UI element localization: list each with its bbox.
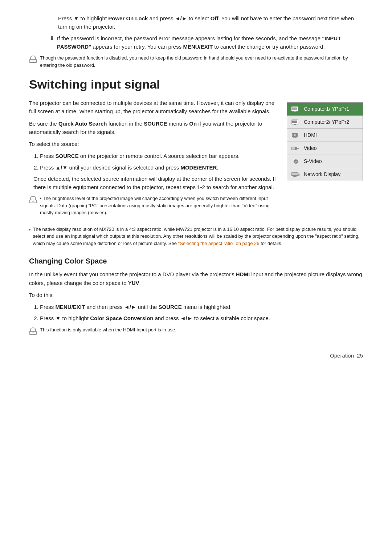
source-menu: Computer1/ YPbPr1 Computer2/ YPbPr2 [287,102,363,181]
hdmi-note-box: This function is only available when the… [29,326,363,338]
hdmi-bold-cs: HDMI [236,271,250,277]
ii-label: ii. [51,34,55,51]
source-bold-s1: SOURCE [56,153,79,159]
svg-rect-18 [292,147,295,150]
cs-step1: Press MENU/EXIT and then press ◄/► until… [40,303,363,311]
menu-item-svideo: S-Video [287,155,363,168]
svg-rect-7 [294,111,296,112]
to-select-source: To select the source: [29,140,276,148]
svg-point-20 [295,160,295,161]
menu-item-video: Video [287,142,363,155]
svg-rect-9 [292,121,297,123]
main-left: The projector can be connected to multip… [29,99,276,220]
svg-point-3 [33,201,34,202]
step-2: Press ▲/▼ until your desired signal is s… [40,163,276,192]
password-note-text: Though the password function is disabled… [40,54,363,69]
network-icon [291,171,301,178]
brightness-note-box: • The brightness level of the projected … [29,195,276,216]
para1: The projector can be connected to multip… [29,99,276,116]
main-content-with-sidebar: The projector can be connected to multip… [29,99,363,220]
svg-point-19 [294,159,298,164]
page-footer: Operation 25 [29,352,363,360]
color-space-bold: Color Space Conversion [90,315,153,321]
hdmi-icon [291,132,301,139]
video-label: Video [304,144,359,152]
svg-point-21 [296,160,297,161]
menu-item-computer2: Computer2/ YPbPr2 [287,116,363,129]
source-cs: SOURCE [159,304,182,310]
svg-point-22 [295,162,296,163]
computer2-label: Computer2/ YPbPr2 [304,118,359,126]
ii-text: If the password is incorrect, the passwo… [57,34,363,51]
steps-list: Press SOURCE on the projector or remote … [40,152,276,191]
for-details: for details. [260,241,283,246]
menu-item-computer1: Computer1/ YPbPr1 [287,103,363,116]
svg-point-1 [33,61,34,62]
svg-rect-13 [293,134,293,136]
yuv-bold: YUV [128,280,139,286]
menu-item-network: Network Display [287,168,363,181]
network-display-label: Network Display [304,171,359,178]
svg-rect-6 [292,107,297,110]
cs-step2: Press ▼ to highlight Color Space Convers… [40,314,363,322]
bullet-dot-native: • [29,227,31,234]
native-display-note: • The native display resolution of MX720… [29,226,363,247]
menu-item-hdmi: HDMI [287,129,363,142]
up-down-arrows: ▲/▼ [56,164,68,171]
brightness-note-text: • The brightness level of the projected … [40,195,276,216]
lr-arrow-bold: ◄/► [175,15,187,21]
svg-rect-10 [294,124,296,125]
svg-rect-14 [294,134,295,136]
native-display-text: The native display resolution of MX720 i… [33,226,363,247]
note-cap-icon3 [29,327,37,338]
aspect-ratio-link[interactable]: "Selecting the aspect ratio" on page 26 [178,241,260,246]
menu-exit-cs: MENU/EXIT [56,304,85,310]
note-cap-icon [29,55,37,66]
hdmi-label: HDMI [304,131,359,139]
computer1-icon [291,106,301,113]
bullet-dot-bright: • [40,196,42,201]
power-on-lock-bold: Power On Lock [108,15,148,21]
svideo-icon [291,158,301,165]
intro-note-ii: ii. If the password is incorrect, the pa… [51,34,363,51]
intro-para1: Press ▼ to highlight Power On Lock and p… [58,15,363,31]
to-do-this: To do this: [29,291,363,299]
svg-rect-24 [292,173,298,175]
video-icon [291,145,301,152]
footer-page-num: 25 [357,352,363,360]
color-space-steps: Press MENU/EXIT and then press ◄/► until… [40,303,363,323]
menu-exit-bold: MENU/EXIT [183,44,213,50]
password-note-box: Though the password function is disabled… [29,54,363,69]
svg-marker-17 [297,147,299,150]
source-bold: SOURCE [144,121,167,127]
lr-arrow-cs2: ◄/► [180,315,193,321]
intro-section: Press ▼ to highlight Power On Lock and p… [29,15,363,69]
on-bold: On [189,121,197,127]
off-bold: Off [211,15,219,21]
para2: Be sure the Quick Auto Search function i… [29,119,276,136]
svg-point-31 [33,332,34,333]
subsection-title: Changing Color Space [29,256,363,266]
svg-rect-12 [293,137,297,138]
page-content: Press ▼ to highlight Power On Lock and p… [29,15,363,337]
quick-auto-search-bold: Quick Auto Search [58,121,107,127]
note-cap-icon2 [29,196,37,206]
lr-arrow-cs: ◄/► [124,304,136,310]
section-title: Switching input signal [29,75,363,94]
svg-rect-15 [295,134,296,136]
footer-section: Operation [330,352,354,360]
svg-rect-26 [293,176,297,177]
mode-enter-bold: MODE/ENTER [180,164,217,171]
hdmi-note-text: This function is only available when the… [40,326,176,334]
color-space-para: In the unlikely event that you connect t… [29,270,363,287]
computer1-label: Computer1/ YPbPr1 [304,105,359,113]
down-arrow-cs: ▼ [56,315,61,321]
computer2-icon [291,119,301,126]
svideo-label: S-Video [304,158,359,165]
step2-indent: Once detected, the selected source infor… [33,175,276,192]
down-arrow-bold: ▼ [74,15,79,21]
step-1: Press SOURCE on the projector or remote … [40,152,276,160]
